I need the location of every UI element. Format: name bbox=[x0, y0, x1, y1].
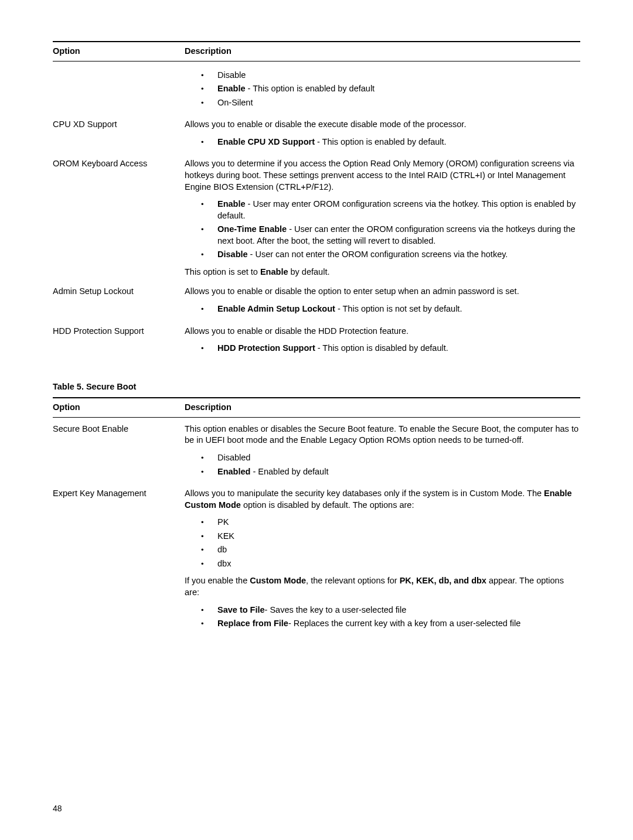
option-cell: OROM Keyboard Access bbox=[53, 158, 185, 170]
column-header-description: Description bbox=[185, 402, 580, 414]
list-item: Enable - User may enter OROM configurati… bbox=[212, 199, 580, 221]
description-cell: This option enables or disables the Secu… bbox=[185, 424, 580, 480]
option-cell: HDD Protection Support bbox=[53, 326, 185, 337]
text: - Saves the key to a user-selected file bbox=[265, 605, 407, 614]
bullet-list: Disabled Enabled - Enabled by default bbox=[185, 452, 580, 477]
bullet-list: Enable Admin Setup Lockout - This option… bbox=[185, 303, 580, 315]
list-item: HDD Protection Support - This option is … bbox=[212, 343, 580, 354]
table-row: Expert Key Management Allows you to mani… bbox=[53, 480, 580, 632]
column-header-option: Option bbox=[53, 46, 185, 57]
option-cell: Secure Boot Enable bbox=[53, 424, 185, 435]
list-item: PK bbox=[212, 517, 580, 528]
option-cell: Expert Key Management bbox=[53, 488, 185, 500]
text: Allows you to manipulate the security ke… bbox=[185, 489, 544, 498]
list-item: Enable Admin Setup Lockout - This option… bbox=[212, 303, 580, 315]
bullet-list: PK KEK db dbx bbox=[185, 517, 580, 569]
table-row: OROM Keyboard Access Allows you to deter… bbox=[53, 150, 580, 278]
table-row: CPU XD Support Allows you to enable or d… bbox=[53, 111, 580, 150]
list-item: db bbox=[212, 544, 580, 556]
column-header-option: Option bbox=[53, 402, 185, 414]
bold-text: Save to File bbox=[217, 605, 265, 614]
text: This option is set to bbox=[185, 267, 260, 276]
bullet-list: Enable - User may enter OROM configurati… bbox=[185, 199, 580, 261]
text: option is disabled by default. The optio… bbox=[241, 500, 414, 510]
text: - This option is enabled by default. bbox=[315, 137, 447, 146]
bullet-list: Save to File- Saves the key to a user-se… bbox=[185, 605, 580, 630]
option-cell: CPU XD Support bbox=[53, 119, 185, 131]
list-item: Disabled bbox=[212, 452, 580, 464]
bold-text: Enabled bbox=[217, 467, 250, 476]
table-header-row: Option Description bbox=[53, 398, 580, 417]
options-table-1: Option Description Disable Enable - This… bbox=[53, 41, 580, 357]
table-row: Admin Setup Lockout Allows you to enable… bbox=[53, 278, 580, 317]
bullet-list: HDD Protection Support - This option is … bbox=[185, 343, 580, 354]
text: - Enabled by default bbox=[250, 467, 328, 476]
list-item: Enabled - Enabled by default bbox=[212, 466, 580, 478]
bullet-list: Disable Enable - This option is enabled … bbox=[185, 70, 580, 109]
column-header-description: Description bbox=[185, 46, 580, 57]
option-cell: Admin Setup Lockout bbox=[53, 286, 185, 298]
list-item: Enable - This option is enabled by defau… bbox=[212, 83, 580, 95]
table-header-row: Option Description bbox=[53, 42, 580, 61]
description-cell: Disable Enable - This option is enabled … bbox=[185, 67, 580, 111]
options-table-2: Option Description Secure Boot Enable Th… bbox=[53, 397, 580, 631]
text: - This option is disabled by default. bbox=[315, 343, 448, 353]
bold-text: Enable CPU XD Support bbox=[217, 137, 315, 146]
list-item: On-Silent bbox=[212, 97, 580, 109]
description-cell: Allows you to determine if you access th… bbox=[185, 158, 580, 278]
table-row: HDD Protection Support Allows you to ena… bbox=[53, 317, 580, 357]
list-item: Save to File- Saves the key to a user-se… bbox=[212, 605, 580, 616]
description-cell: Allows you to enable or disable the opti… bbox=[185, 286, 580, 317]
bold-text: Replace from File bbox=[217, 619, 288, 628]
bold-text: One-Time Enable bbox=[217, 224, 287, 234]
list-item: Disable - User can not enter the OROM co… bbox=[212, 249, 580, 261]
bold-text: Enable Admin Setup Lockout bbox=[217, 304, 335, 313]
list-item: Replace from File- Replaces the current … bbox=[212, 618, 580, 630]
bold-text: Enable bbox=[217, 84, 246, 93]
text: - User may enter OROM configuration scre… bbox=[217, 199, 576, 220]
paragraph: Allows you to enable or disable the HDD … bbox=[185, 326, 580, 337]
list-item: One-Time Enable - User can enter the ORO… bbox=[212, 224, 580, 247]
description-cell: Allows you to enable or disable the exec… bbox=[185, 119, 580, 150]
list-item: Disable bbox=[212, 70, 580, 81]
text: If you enable the bbox=[185, 576, 250, 585]
paragraph: Allows you to enable or disable the exec… bbox=[185, 119, 580, 131]
text: , the relevant options for bbox=[306, 576, 400, 585]
bold-text: Disable bbox=[217, 250, 248, 259]
list-item: KEK bbox=[212, 531, 580, 542]
paragraph: This option is set to Enable by default. bbox=[185, 267, 580, 278]
bold-text: PK, KEK, db, and dbx bbox=[400, 576, 486, 585]
bold-text: Enable bbox=[260, 267, 288, 276]
bold-text: HDD Protection Support bbox=[217, 343, 315, 353]
paragraph: Allows you to enable or disable the opti… bbox=[185, 286, 580, 298]
bold-text: Enable bbox=[217, 199, 246, 209]
list-item: Enable CPU XD Support - This option is e… bbox=[212, 136, 580, 148]
bold-text: Custom Mode bbox=[250, 576, 306, 585]
table-row: Disable Enable - This option is enabled … bbox=[53, 62, 580, 111]
list-item: dbx bbox=[212, 558, 580, 570]
text: by default. bbox=[288, 267, 330, 276]
paragraph: Allows you to determine if you access th… bbox=[185, 158, 580, 193]
paragraph: Allows you to manipulate the security ke… bbox=[185, 488, 580, 511]
description-cell: Allows you to manipulate the security ke… bbox=[185, 488, 580, 632]
table-row: Secure Boot Enable This option enables o… bbox=[53, 418, 580, 480]
text: - This option is not set by default. bbox=[335, 304, 462, 313]
description-cell: Allows you to enable or disable the HDD … bbox=[185, 326, 580, 357]
text: - This option is enabled by default bbox=[246, 84, 375, 93]
text: - User can not enter the OROM configurat… bbox=[248, 250, 508, 259]
bullet-list: Enable CPU XD Support - This option is e… bbox=[185, 136, 580, 148]
paragraph: This option enables or disables the Secu… bbox=[185, 424, 580, 446]
paragraph: If you enable the Custom Mode, the relev… bbox=[185, 575, 580, 598]
text: - Replaces the current key with a key fr… bbox=[288, 619, 521, 628]
table-caption: Table 5. Secure Boot bbox=[53, 381, 580, 393]
